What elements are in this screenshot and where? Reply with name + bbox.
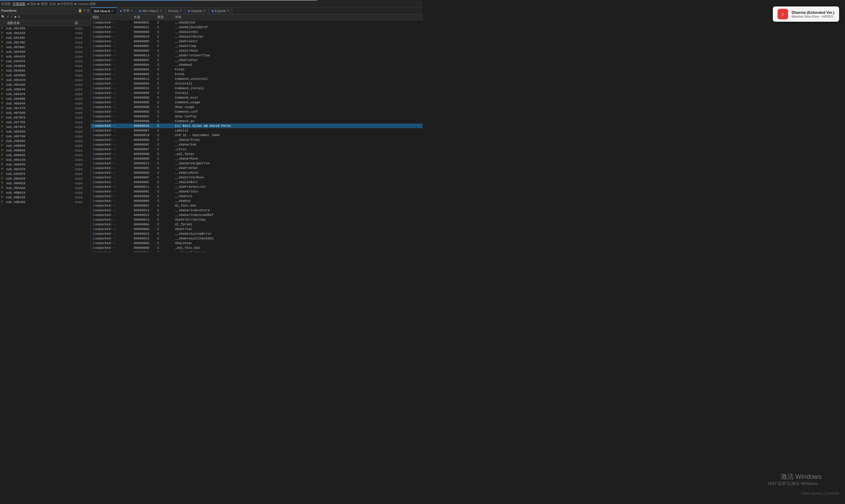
tab-hex-view[interactable]: ■ Hex View-1 ✕ [136,7,165,14]
string-row[interactable]: Sunpacked··· 0000000D C __vbaAryMove [91,170,422,175]
tab-hex-view-close[interactable]: ✕ [160,9,162,12]
function-row[interactable]: f sub_404FB0 unpa [0,73,91,78]
functions-close-icon[interactable]: ✕ [83,8,86,12]
filter-tab-data[interactable]: 数据 [41,2,48,6]
string-row[interactable]: Sunpacked··· 00000015 C __vbaVarIndexLoa… [91,213,422,217]
string-row[interactable]: Sunpacked··· 0000000C C __vbaVarIdiv [91,189,422,194]
string-row[interactable]: Sunpacked··· 0000000C C Show config [91,114,422,119]
tab-ida-view-a-close[interactable]: ✕ [111,10,113,13]
string-row[interactable]: Sunpacked··· 00000010 C Command_install [91,86,422,91]
function-row[interactable]: f sub_404AF0 unpa [0,59,91,64]
func-filter-icon[interactable]: 🔍 [1,15,5,19]
string-row[interactable]: Sunpacked··· 0000000A C dj_fpreml [91,222,422,227]
function-row[interactable]: f sub_406840 unpa [0,101,91,106]
string-row[interactable]: Sunpacked··· 0000001E C (c) Raul Siles &… [91,124,422,128]
function-row[interactable]: f sub_404D80 unpa [0,68,91,73]
tab-exports-close[interactable]: ✕ [227,9,229,12]
string-row[interactable]: Sunpacked··· 0000000E C Command_usage [91,100,422,105]
string-row[interactable]: Sunpacked··· 00000008 C Install [91,91,422,95]
string-row[interactable]: Sunpacked··· 0000000B C Command_go [91,119,422,124]
tab-enums-close[interactable]: ✕ [180,9,182,12]
function-row[interactable]: f sub_40A6A0 unpa [0,176,91,181]
function-row[interactable]: f sub_407470 unpa [0,106,91,111]
func-data-icon[interactable]: D [18,15,20,19]
string-row[interactable]: Sunpacked··· 0000000F C __vbaStrVarMove [91,175,422,180]
string-row[interactable]: Sunpacked··· 0000000D C Command_conf [91,109,422,114]
function-row[interactable]: f sub_408360 unpa [0,129,91,134]
filter-tab-lib[interactable]: 库函数 [1,2,11,6]
functions-dock-icon[interactable]: ⧉ [87,8,89,12]
tab-exports[interactable]: ■ Exports ✕ [209,7,232,14]
function-row[interactable]: f sub_40280C unpa [0,45,91,50]
string-row[interactable]: Sunpacked··· 00000012 C Command_uninstal… [91,76,422,81]
function-row[interactable]: f sub_40A2F0 unpa [0,167,91,172]
string-row[interactable]: Sunpacked··· 0000000C C __vbaFreeVar [91,58,422,62]
func-regular-icon[interactable]: f [11,15,13,19]
filter-tab-lumina[interactable]: Lumina 函数 [78,2,96,6]
string-row[interactable]: Sunpacked··· 0000000A C vbaLenVar [91,241,422,246]
string-row[interactable]: Sunpacked··· 0000000A C vbaStrCat [91,227,422,232]
string-row[interactable]: Sunpacked··· 0000000B C _adj_fptan [91,152,422,156]
function-row[interactable]: f sub_4066B0 unpa [0,96,91,101]
string-row[interactable]: Sunpacked··· 00000011 C __vbaFreeVarList [91,184,422,189]
function-row[interactable]: f sub_4045D0 unpa [0,50,91,54]
string-row[interactable]: Sunpacked··· 0000000A C Uninstall [91,81,422,86]
string-row[interactable]: Sunpacked··· 0000000D C __vbaCastObj [91,30,422,34]
function-row[interactable]: f sub_408900 unpa [0,139,91,143]
function-row[interactable]: f sub_40AAA0 unpa [0,186,91,191]
string-row[interactable]: Sunpacked··· 00000010 C __vbaCastObjVar [91,34,422,39]
filter-tab-extern[interactable]: ■ 外部符号 ■ [57,2,76,6]
function-row[interactable]: f sub_405A80 unpa [0,83,91,87]
function-row[interactable]: f sub_40189C unpa [0,36,91,40]
string-row[interactable]: Sunpacked··· 0000000C C dj_fdiv_m64 [91,203,422,208]
string-row[interactable]: Sunpacked··· 0000000E C __vbaVarTstGt [91,138,422,142]
string-row[interactable]: Sunpacked··· 00000018 C otM 32 - Septemb… [91,133,422,138]
function-row[interactable]: f sub_408780 unpa [0,134,91,139]
string-row[interactable]: Sunpacked··· 00000013 C __vbaErrorOverfl… [91,53,422,58]
function-row[interactable]: f sub_40B160 unpa [0,195,91,200]
string-row[interactable]: Sunpacked··· 00000006 C Form1 [91,72,422,76]
function-row[interactable]: f sub_404A20 unpa [0,54,91,59]
func-lib-icon[interactable]: f [7,15,9,19]
string-row[interactable]: Sunpacked··· 0000000D C __vbaFreeStr [91,39,422,44]
function-row[interactable]: f sub_4077D0 unpa [0,120,91,125]
function-row[interactable]: f sub_40A8C0 unpa [0,181,91,186]
tab-imports[interactable]: ■ Imports ✕ [185,7,209,14]
function-row[interactable]: f sub_40B010 unpa [0,191,91,195]
tab-strings-close[interactable]: ✕ [130,9,133,12]
function-row[interactable]: f sub_409050 unpa [0,153,91,158]
string-row[interactable]: Sunpacked··· 0000000C C __vbaStrCmp [91,44,422,49]
function-row[interactable]: f sub_4062F0 unpa [0,92,91,96]
tab-strings[interactable]: ■ 字串 ✕ [117,7,136,14]
string-row[interactable]: Sunpacked··· 0000000C C __vbaFreeVar [91,166,422,170]
function-row[interactable]: f sub_408D60 unpa [0,148,91,153]
string-row[interactable]: Sunpacked··· 0000000C C __vbaLenBstr [91,180,422,184]
string-row[interactable]: Sunpacked··· 0000000D C __vbaVarMove [91,156,422,161]
functions-list[interactable]: f sub_401590 unpa f sub_401620 unpa f su… [0,26,91,252]
function-row[interactable]: f sub_4027BC unpa [0,40,91,45]
string-row[interactable]: Sunpacked··· 00000012 C __vbaVarVargNofr… [91,161,422,166]
tab-enums[interactable]: Enums ✕ [165,7,185,14]
function-row[interactable]: f sub_40A5F0 unpa [0,172,91,176]
function-row[interactable]: f sub_40B1D0 unpa [0,200,91,204]
string-row[interactable]: Sunpacked··· 00000007 C Label12 [91,128,422,133]
string-row[interactable]: Sunpacked··· 00000011 C __vbaAryDestruct [91,250,422,252]
string-row[interactable]: Sunpacked··· 00000009 C __vbaEnd [91,199,422,203]
string-row[interactable]: Sunpacked··· 0000000C C __vbaObjVar [91,20,422,25]
string-row[interactable]: Sunpacked··· 0000000D C _adj_fdiv_m32 [91,246,422,250]
function-row[interactable]: f sub_401590 unpa [0,26,91,31]
tab-imports-close[interactable]: ✕ [203,9,205,12]
string-row[interactable]: Sunpacked··· 0000000C C __vbaVarSub [91,142,422,147]
string-row[interactable]: Sunpacked··· 0000000D C __vbaStrMove [91,49,422,53]
string-row[interactable]: Sunpacked··· 00000015 C __vbaHresultChec… [91,236,422,241]
string-row[interactable]: Sunpacked··· 0000000A C __vbaNew2 [91,62,422,67]
function-row[interactable]: f sub_409540 unpa [0,162,91,167]
string-row[interactable]: Sunpacked··· 00000013 C __vbaSetSystemEr… [91,232,422,236]
string-row[interactable]: Sunpacked··· 00000012 C __vbaObjSetAddre… [91,25,422,30]
function-row[interactable]: f sub_405E40 unpa [0,87,91,92]
string-row[interactable]: Sunpacked··· 00000006 C Form1 [91,67,422,72]
function-row[interactable]: f sub_401620 unpa [0,31,91,36]
string-row[interactable]: Sunpacked··· 00000013 C __vbaVarIndexSto… [91,208,422,213]
function-row[interactable]: f sub_4078F0 unpa [0,125,91,129]
filter-tab-instr[interactable]: ■ 指令 ■ [27,2,39,6]
